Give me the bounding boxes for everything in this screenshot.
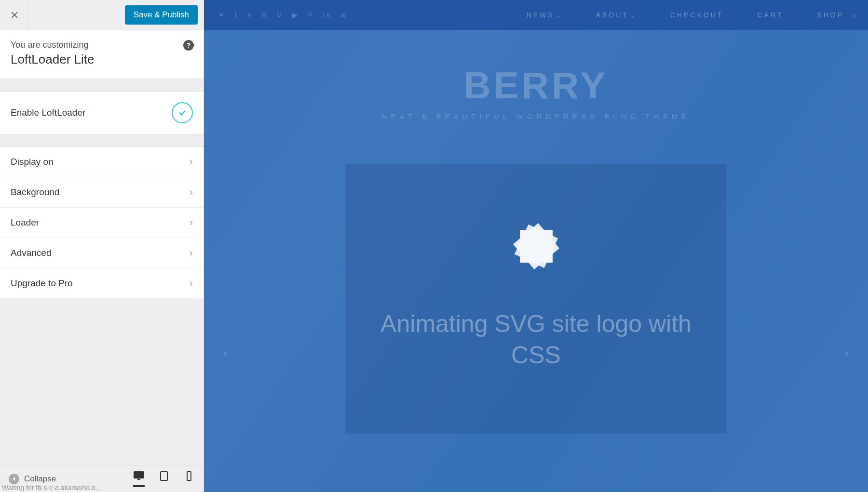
customizing-subtext: You are customizing [11,40,193,50]
section-divider [0,134,203,146]
device-preview-group [133,471,195,487]
social-icon[interactable]: t [235,11,239,19]
social-icon[interactable]: P [308,11,314,19]
collapse-sidebar-button[interactable]: Collapse [9,474,56,484]
section-divider [0,79,203,91]
chevron-down-icon: ⌄ [556,13,562,18]
check-icon [177,108,187,118]
nav-item-label: Upgrade to Pro [11,278,73,289]
social-icon[interactable]: B [262,11,268,19]
device-tablet-button[interactable] [158,471,170,487]
device-mobile-button[interactable] [183,471,195,487]
nav-item-label: Loader [11,217,39,228]
customizer-sidebar: Save & Publish You are customizing LoftL… [0,0,204,492]
customizer-topbar: Save & Publish [0,0,203,30]
close-button[interactable] [0,0,29,30]
customizing-title: LoftLoader Lite [11,52,193,67]
social-icon[interactable]: ▶ [292,11,299,19]
close-icon [10,10,19,20]
site-topnav: ✦ t ⎆ B V ▶ P in ✉ NEWS⌄ ABOUT⌄ CHECKOUT… [204,0,868,30]
nav-checkout[interactable]: CHECKOUT [670,11,724,19]
device-desktop-button[interactable] [133,471,145,487]
social-icon[interactable]: ✦ [218,11,226,19]
nav-shop[interactable]: SHOP [817,11,844,19]
social-icon[interactable]: ✉ [341,11,349,19]
nav-about[interactable]: ABOUT⌄ [596,11,637,19]
nav-advanced[interactable]: Advanced › [0,238,203,268]
customizer-footer: Collapse Waiting for fb-s-c-a.akamaihd.n… [0,465,203,492]
svg-rect-2 [187,472,191,480]
collapse-icon [9,474,19,484]
social-icon[interactable]: ⎆ [247,11,253,19]
loading-status-text: Waiting for fb-s-c-a.akamaihd.n... [2,484,101,492]
social-icon[interactable]: in [323,11,332,19]
nav-upgrade-pro[interactable]: Upgrade to Pro › [0,268,203,299]
enable-loftloader-row: Enable LoftLoader [0,91,203,134]
nav-cart[interactable]: CART [757,11,783,19]
nav-display-on[interactable]: Display on › [0,147,203,177]
chevron-right-icon: › [190,216,193,229]
chevron-right-icon: › [190,277,193,290]
chevron-right-icon: › [190,186,193,199]
chevron-right-icon: › [190,156,193,168]
social-icon[interactable]: V [277,11,283,19]
nav-loader[interactable]: Loader › [0,208,203,238]
hero: BERRY NEAT & BEAUTIFUL WORDPRESS BLOG TH… [204,30,868,120]
search-icon[interactable]: ⌕ [853,11,858,19]
tablet-icon [158,471,170,481]
slider-next-button[interactable]: › [844,346,849,361]
nav-item-label: Background [11,187,59,198]
nav-news[interactable]: NEWS⌄ [527,11,562,19]
nav-item-label: Display on [11,157,54,167]
slider-prev-button[interactable]: ‹ [223,346,228,361]
site-preview: ✦ t ⎆ B V ▶ P in ✉ NEWS⌄ ABOUT⌄ CHECKOUT… [204,0,868,492]
svg-rect-0 [134,472,144,478]
mobile-icon [183,471,195,481]
chevron-right-icon: › [190,247,193,259]
save-publish-button[interactable]: Save & Publish [125,5,198,25]
site-tagline: NEAT & BEAUTIFUL WORDPRESS BLOG THEME [204,112,868,120]
nav-background[interactable]: Background › [0,177,203,208]
site-title: BERRY [204,64,868,107]
feature-title: Animating SVG site logo with CSS [346,308,727,371]
customizer-info: You are customizing LoftLoader Lite ? [0,30,203,79]
feature-slide: Animating SVG site logo with CSS [346,164,727,434]
chevron-down-icon: ⌄ [631,13,637,18]
nav-item-label: Advanced [11,248,52,258]
social-icons-row: ✦ t ⎆ B V ▶ P in ✉ [218,11,349,19]
svg-rect-1 [161,472,167,480]
help-icon[interactable]: ? [183,40,194,51]
enable-loftloader-toggle[interactable] [172,102,193,123]
enable-loftloader-label: Enable LoftLoader [11,107,85,118]
desktop-icon [133,471,145,481]
collapse-label: Collapse [24,474,56,484]
customizer-nav: Display on › Background › Loader › Advan… [0,146,203,299]
